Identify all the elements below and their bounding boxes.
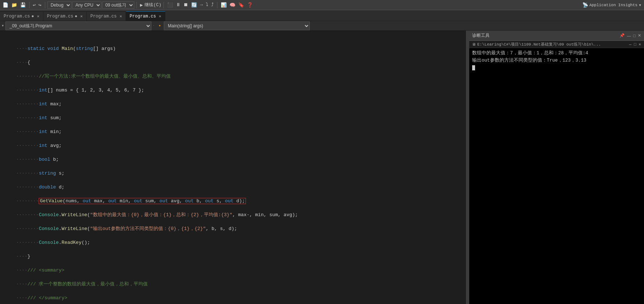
toolbar-step-over[interactable]: ⤵	[205, 1, 209, 8]
toolbar-step-out[interactable]: ⤴	[210, 1, 215, 8]
code-line-17: ····/// <summary>	[16, 267, 466, 274]
tab-1-label: Program.cs	[4, 14, 30, 19]
divider-1	[29, 2, 30, 8]
tab-3-close[interactable]: ✕	[120, 14, 122, 19]
tab-1-close[interactable]: ✕	[37, 14, 39, 19]
diagnostics-title: 诊断工具	[472, 32, 490, 39]
tab-2-close[interactable]: ✕	[80, 14, 83, 19]
panel-maximize-btn[interactable]: □	[633, 33, 636, 38]
nav-bar: ▾ _09_out练习.Program · 🔸 Main(string[] ar…	[0, 21, 644, 31]
diagnostics-header: 诊断工具 📌 — □ ✕	[469, 31, 644, 41]
panel-controls: 📌 — □ ✕	[620, 33, 641, 38]
console-path: E:\Learing\C#\项目\1109.Net基础复习\09 out练习\b…	[477, 42, 601, 47]
code-line-14: ········Console.WriteLine("输出out参数的方法不同类…	[16, 225, 466, 232]
code-container: ····static void Main(string[] args) ····…	[0, 31, 469, 304]
code-line-12: ········GetValue(nums, out max, out min,…	[16, 198, 466, 204]
mem-icon[interactable]: 🧠	[228, 1, 236, 9]
code-line-5: ········int max;	[16, 101, 466, 108]
save-icon[interactable]: 💾	[19, 1, 27, 9]
nav-separator: ·	[151, 23, 156, 28]
toolbar-misc-3[interactable]: ⏹	[182, 1, 189, 8]
new-project-icon[interactable]: 📄	[1, 1, 9, 9]
app-insights-icon[interactable]: 📡	[581, 1, 589, 9]
console-line-1: 数组中的最大值：7，最小值：1，总和：28，平均值:4	[472, 50, 641, 57]
line-numbers	[0, 31, 13, 304]
nav-left-dropdown[interactable]: _09_out练习.Program	[5, 22, 151, 30]
divider-4	[163, 2, 164, 8]
code-line-15: ········Console.ReadKey();	[16, 239, 466, 246]
code-line-9: ········bool b;	[16, 156, 466, 163]
toolbar-arrow-right[interactable]: →	[199, 1, 204, 8]
main-toolbar: 📄 📁 💾 ↩ ↪ Debug Any CPU 09 out练习 ▶ 继续(C)…	[0, 0, 644, 10]
redo-icon[interactable]: ↪	[38, 1, 43, 9]
code-line-7: ········int min;	[16, 128, 466, 135]
panel-pin-btn[interactable]: 📌	[620, 33, 625, 38]
perf-icon[interactable]: 📊	[220, 1, 228, 9]
undo-icon[interactable]: ↩	[32, 1, 37, 9]
continue-label: 继续(C)	[144, 2, 161, 8]
console-output: 数组中的最大值：7，最小值：1，总和：28，平均值:4 输出out参数的方法不同…	[469, 48, 644, 304]
tab-4[interactable]: Program.cs ✕	[126, 11, 165, 21]
code-line-1: ····static void Main(string[] args)	[16, 45, 466, 52]
nav-right-dropdown[interactable]: Main(string[] args)	[164, 22, 310, 30]
console-area: 🖥 E:\Learing\C#\项目\1109.Net基础复习\09 out练习…	[469, 41, 644, 304]
open-icon[interactable]: 📁	[10, 1, 18, 9]
app-insights-label: Application Insights	[589, 3, 637, 7]
console-title-bar: 🖥 E:\Learing\C#\项目\1109.Net基础复习\09 out练习…	[469, 41, 644, 48]
code-line-2: ····{	[16, 59, 466, 66]
code-line-4: ········int[] nums = { 1, 2, 3, 4, 5, 6,…	[16, 87, 466, 94]
code-line-19: ····/// </summary>	[16, 295, 466, 301]
tab-1-modified: ●	[31, 14, 34, 19]
console-cursor-line	[472, 64, 641, 71]
tab-3-label: Program.cs	[90, 14, 117, 19]
code-line-13: ········Console.WriteLine("数组中的最大值：{0}，最…	[16, 211, 466, 218]
nav-right-icon: 🔸	[156, 23, 164, 28]
toolbar-right: 📡 Application Insights ▾	[581, 1, 643, 9]
toolbar-misc-4[interactable]: 🔄	[190, 1, 198, 9]
debug-dropdown[interactable]: Debug	[47, 1, 72, 9]
code-line-11: ········double d;	[16, 184, 466, 191]
console-icon: 🖥	[472, 42, 476, 47]
tab-2-label: Program.cs	[47, 14, 73, 19]
tab-4-close[interactable]: ✕	[159, 14, 161, 19]
code-line-10: ········string s;	[16, 170, 466, 177]
code-line-3: ········//写一个方法:求一个数组中的最大值、最小值、总和、平均值	[16, 73, 466, 80]
tab-1[interactable]: Program.cs ● ✕	[0, 11, 43, 21]
code-line-6: ········int sum;	[16, 114, 466, 121]
toolbar-misc-2[interactable]: ⏸	[175, 1, 182, 8]
nav-left-icon: ▾	[0, 23, 5, 28]
console-controls[interactable]: — □ ✕	[629, 42, 641, 47]
right-panel: 诊断工具 📌 — □ ✕ 🖥 E:\Learing\C#\项目\1109.Net…	[469, 31, 644, 304]
scrollbar[interactable]	[466, 31, 469, 304]
code-line-18: ····/// 求一个整数的数组的最大值，最小值，总和，平均值	[16, 281, 466, 288]
console-cursor	[472, 65, 475, 70]
tab-2[interactable]: Program.cs ● ✕	[43, 11, 87, 21]
app-insights-dropdown-icon[interactable]: ▾	[637, 1, 643, 9]
code-line-8: ········int avg;	[16, 142, 466, 149]
continue-icon[interactable]: ▶	[139, 1, 144, 9]
main-layout: ····static void Main(string[] args) ····…	[0, 31, 644, 304]
console-line-2: 输出out参数的方法不同类型的值：True，123，3.13	[472, 57, 641, 64]
code-line-16: ····}	[16, 253, 466, 260]
project-dropdown[interactable]: 09 out练习	[102, 1, 134, 9]
panel-close-btn[interactable]: ✕	[638, 33, 641, 38]
toolbar-misc-1[interactable]: ⬛	[166, 1, 174, 9]
tab-4-label: Program.cs	[130, 14, 156, 19]
tab-2-modified: ●	[75, 14, 77, 19]
divider-3	[136, 2, 137, 8]
bookmark-icon[interactable]: 🔖	[237, 1, 245, 9]
code-editor[interactable]: ····static void Main(string[] args) ····…	[13, 31, 466, 304]
tab-bar: Program.cs ● ✕ Program.cs ● ✕ Program.cs…	[0, 10, 644, 21]
divider-5	[217, 2, 217, 8]
panel-minimize-btn[interactable]: —	[627, 33, 631, 38]
toolbar-left: 📄 📁 💾 ↩ ↪ Debug Any CPU 09 out练习 ▶ 继续(C)…	[1, 1, 254, 9]
tab-3[interactable]: Program.cs ✕	[87, 11, 126, 21]
help-icon[interactable]: ❓	[246, 1, 254, 9]
cpu-dropdown[interactable]: Any CPU	[72, 1, 101, 9]
editor-area[interactable]: ····static void Main(string[] args) ····…	[0, 31, 469, 304]
divider-2	[45, 2, 45, 8]
